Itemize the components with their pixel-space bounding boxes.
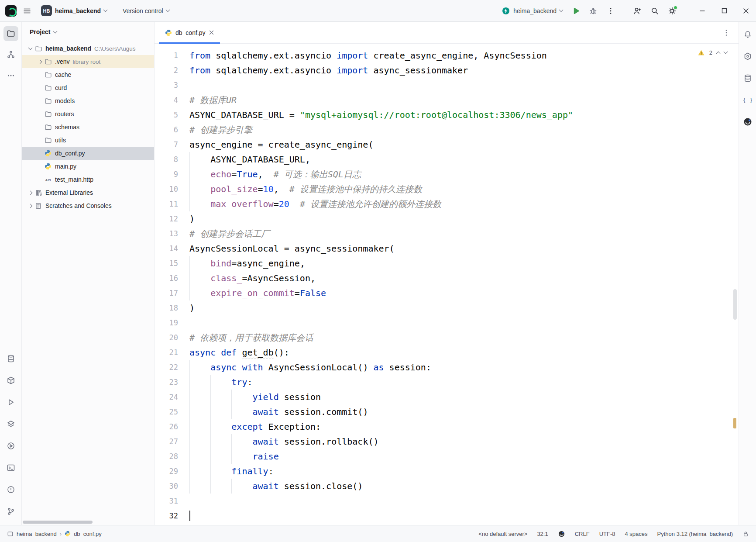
run-button[interactable] (568, 3, 584, 18)
code-line-3[interactable] (189, 78, 739, 93)
database-tool-button-right[interactable] (740, 71, 755, 86)
tree-chevron-right[interactable] (26, 191, 34, 194)
code-line-20[interactable]: # 依赖项，用于获取数据库会话 (189, 330, 739, 345)
database-tool-button[interactable] (3, 351, 18, 366)
tab-options-button[interactable] (718, 25, 734, 40)
tab-close-button[interactable] (209, 30, 214, 35)
version-control-widget[interactable]: Version control (119, 5, 173, 17)
code-line-11[interactable]: max_overflow=20 # 设置连接池允许创建的额外连接数 (189, 197, 739, 211)
code-line-8[interactable]: ASYNC_DATABASE_URL, (189, 152, 739, 167)
lingma-status-icon[interactable] (558, 530, 565, 538)
code-line-19[interactable] (189, 315, 739, 330)
tree-chevron-down[interactable] (26, 48, 34, 49)
code-line-12[interactable]: ) (189, 211, 739, 226)
tree-item-utils[interactable]: utils (22, 134, 154, 147)
code-line-28[interactable]: raise (189, 449, 739, 464)
line-separator-widget[interactable]: CRLF (575, 531, 590, 537)
code-line-27[interactable]: await session.rollback() (189, 434, 739, 449)
minimize-button[interactable] (692, 0, 712, 21)
code-line-5[interactable]: ASYNC_DATABASE_URL = "mysql+aiomysql://r… (189, 107, 739, 122)
notifications-tool-button[interactable] (740, 27, 755, 42)
maximize-button[interactable] (714, 0, 734, 21)
code-line-21[interactable]: async def get_db(): (189, 345, 739, 360)
run-anything-tool-button[interactable] (3, 438, 18, 453)
chevron-down-icon[interactable] (724, 50, 728, 54)
breadcrumb-project[interactable]: heima_backend (17, 531, 57, 537)
tree-item-scratches-and-consoles[interactable]: Scratches and Consoles (22, 199, 154, 212)
snippets-tool-button[interactable]: { } (740, 93, 755, 107)
main-menu-button[interactable] (19, 3, 35, 18)
more-actions-button[interactable] (603, 3, 619, 18)
project-tool-button[interactable] (3, 26, 18, 41)
version-control-tool-button[interactable] (3, 504, 18, 519)
code-line-26[interactable]: except Exception: (189, 419, 739, 434)
tree-chevron-right[interactable] (36, 60, 44, 63)
terminal-tool-button[interactable] (3, 460, 18, 475)
horizontal-scrollbar-thumb[interactable] (23, 521, 93, 524)
code-line-13[interactable]: # 创建异步会话工厂 (189, 226, 739, 241)
code-with-me-button[interactable] (629, 3, 645, 18)
search-everywhere-button[interactable] (647, 3, 663, 18)
tree-item-test-main-http[interactable]: APItest_main.http (22, 173, 154, 186)
python-packages-tool-button[interactable] (3, 373, 18, 388)
structure-tool-button[interactable] (3, 47, 18, 62)
code-line-9[interactable]: echo=True, # 可选：输出SQL日志 (189, 167, 739, 182)
code-line-22[interactable]: async with AsyncSessionLocal() as sessio… (189, 360, 739, 375)
editor-scrollbar-thumb[interactable] (733, 289, 737, 320)
tree-item-venv[interactable]: .venvlibrary root (22, 55, 154, 68)
tree-item-schemas[interactable]: schemas (22, 121, 154, 134)
project-widget[interactable]: HB heima_backend (38, 3, 110, 18)
code-line-14[interactable]: AsyncSessionLocal = async_sessionmaker( (189, 241, 739, 256)
code-line-2[interactable]: from sqlalchemy.ext.asyncio import async… (189, 63, 739, 78)
debug-button[interactable] (585, 3, 601, 18)
close-window-button[interactable] (736, 0, 756, 21)
interpreter-widget[interactable]: Python 3.12 (heima_backend) (657, 531, 733, 537)
tree-item-cache[interactable]: cache (22, 68, 154, 81)
code-line-23[interactable]: try: (189, 375, 739, 390)
tab-db-conf-py[interactable]: db_conf.py (159, 22, 220, 43)
breadcrumb-file[interactable]: db_conf.py (74, 531, 102, 537)
tree-item-routers[interactable]: routers (22, 107, 154, 121)
stripe-warning-mark[interactable] (733, 418, 736, 428)
indent-widget[interactable]: 4 spaces (625, 531, 648, 537)
more-tool-windows-button[interactable] (3, 68, 18, 83)
tree-chevron-right[interactable] (26, 204, 34, 207)
chevron-up-icon[interactable] (716, 51, 721, 55)
code-line-15[interactable]: bind=async_engine, (189, 256, 739, 271)
lock-icon[interactable] (742, 531, 749, 537)
run-tool-button[interactable] (3, 395, 18, 410)
tree-item-curd[interactable]: curd (22, 81, 154, 94)
caret-position-widget[interactable]: 32:1 (537, 531, 548, 537)
code-line-1[interactable]: from sqlalchemy.ext.asyncio import creat… (189, 48, 739, 63)
code-line-24[interactable]: yield session (189, 390, 739, 404)
tree-item-heima-backend[interactable]: heima_backendC:\Users\Augus (22, 42, 154, 55)
code-line-16[interactable]: class_=AsyncSession, (189, 271, 739, 286)
code-line-10[interactable]: pool_size=10, # 设置连接池中保持的持久连接数 (189, 182, 739, 197)
code-line-25[interactable]: await session.commit() (189, 404, 739, 419)
code-line-18[interactable]: ) (189, 300, 739, 315)
tree-item-db-conf-py[interactable]: db_conf.py (22, 147, 154, 160)
services-tool-button[interactable] (3, 417, 18, 432)
code-editor[interactable]: 1234567891011121314151617181920212223242… (155, 44, 739, 525)
code-line-30[interactable]: await session.close() (189, 479, 739, 494)
problems-tool-button[interactable] (3, 482, 18, 497)
inspection-widget[interactable]: 2 (696, 48, 729, 57)
run-configuration-selector[interactable]: heima_backend (498, 4, 566, 17)
tree-item-main-py[interactable]: main.py (22, 160, 154, 173)
code-line-4[interactable]: # 数据库UR (189, 93, 739, 107)
code-line-31[interactable] (189, 494, 739, 508)
lingma-tool-button[interactable] (740, 114, 755, 129)
ai-assistant-tool-button[interactable] (740, 49, 755, 64)
code-line-29[interactable]: finally: (189, 464, 739, 479)
code-line-7[interactable]: async_engine = create_async_engine( (189, 137, 739, 152)
error-stripe[interactable] (732, 45, 738, 524)
project-panel-header[interactable]: Project (22, 22, 154, 42)
encoding-widget[interactable]: UTF-8 (599, 531, 615, 537)
code-line-6[interactable]: # 创建异步引擎 (189, 122, 739, 137)
default-server-widget[interactable]: <no default server> (478, 531, 527, 537)
settings-button[interactable] (664, 3, 680, 18)
tree-item-models[interactable]: models (22, 94, 154, 107)
code-line-32[interactable] (189, 508, 739, 523)
code-line-17[interactable]: expire_on_commit=False (189, 286, 739, 300)
tree-item-external-libraries[interactable]: External Libraries (22, 186, 154, 199)
